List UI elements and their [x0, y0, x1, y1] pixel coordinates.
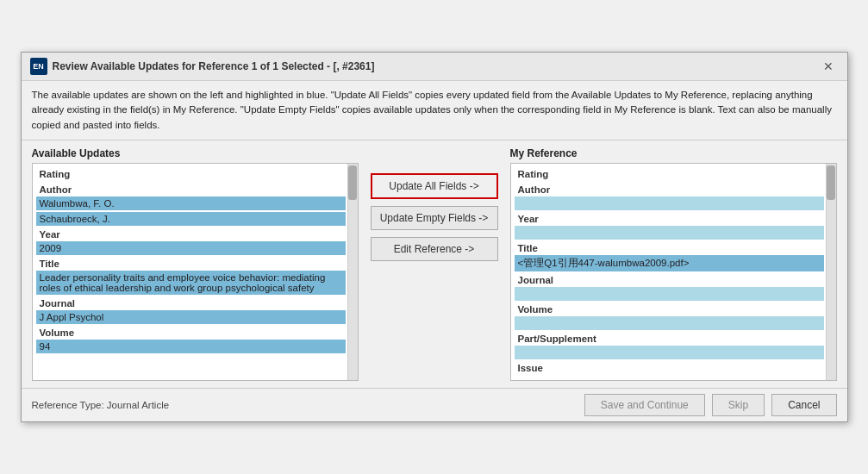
middle-buttons-area: Update All Fields -> Update Empty Fields…: [365, 147, 503, 381]
field-label-title-r: Title: [515, 241, 824, 255]
list-item: Rating: [515, 167, 824, 181]
footer: Reference Type: Journal Article Save and…: [22, 388, 847, 421]
title-bar-left: EN Review Available Updates for Referenc…: [30, 58, 375, 75]
list-item: Volume 94: [36, 326, 346, 353]
my-reference-header: My Reference: [510, 147, 837, 159]
field-value-journal-r: [515, 287, 824, 301]
reference-type-label: Reference Type: Journal Article: [32, 400, 170, 410]
available-updates-header: Available Updates: [32, 147, 359, 159]
field-value-year: 2009: [36, 241, 346, 255]
list-item: Title <管理Q1引用447-walumbwa2009.pdf>: [515, 241, 824, 271]
field-value-journal: J Appl Psychol: [36, 310, 346, 324]
list-item: Author Walumbwa, F. O. Schaubroeck, J.: [36, 183, 346, 226]
field-label-year-r: Year: [515, 212, 824, 226]
edit-reference-button[interactable]: Edit Reference ->: [371, 237, 498, 261]
dialog-title: Review Available Updates for Reference 1…: [53, 60, 375, 72]
field-label-author: Author: [36, 183, 346, 196]
list-item: Issue: [515, 361, 824, 375]
list-item: Journal: [515, 273, 824, 301]
field-label-volume-r: Volume: [515, 302, 824, 316]
list-item: Volume: [515, 302, 824, 330]
list-item: Year 2009: [36, 228, 346, 255]
close-button[interactable]: ✕: [818, 58, 839, 75]
field-value-author2: Schaubroeck, J.: [36, 212, 346, 226]
available-updates-content: Rating Author Walumbwa, F. O. Schaubroec…: [32, 163, 359, 381]
field-value-title-r: <管理Q1引用447-walumbwa2009.pdf>: [515, 255, 824, 271]
dialog: EN Review Available Updates for Referenc…: [21, 52, 848, 422]
field-label-rating: Rating: [36, 167, 346, 181]
list-item: Author: [515, 183, 824, 210]
footer-buttons: Save and Continue Skip Cancel: [584, 394, 837, 416]
update-all-fields-button[interactable]: Update All Fields ->: [371, 173, 498, 199]
main-area: Available Updates Rating Author Walumbwa…: [22, 140, 847, 388]
my-reference-content: Rating Author Year Title: [510, 163, 837, 381]
field-value-author1: Walumbwa, F. O.: [36, 196, 346, 210]
field-value-part-r: [515, 346, 824, 359]
field-label-rating-r: Rating: [515, 167, 824, 181]
list-item: Part/Supplement: [515, 332, 824, 359]
field-label-journal: Journal: [36, 296, 346, 310]
list-item: Rating: [36, 167, 346, 181]
field-label-volume: Volume: [36, 326, 346, 340]
field-label-journal-r: Journal: [515, 273, 824, 287]
list-item: Journal J Appl Psychol: [36, 296, 346, 324]
field-value-volume: 94: [36, 340, 346, 353]
field-label-author-r: Author: [515, 183, 824, 196]
my-reference-panel: My Reference Rating Author Year: [510, 147, 837, 381]
skip-button[interactable]: Skip: [712, 394, 765, 416]
list-item: Year: [515, 212, 824, 240]
field-label-title: Title: [36, 257, 346, 271]
field-value-year-r: [515, 226, 824, 240]
field-label-part-r: Part/Supplement: [515, 332, 824, 346]
en-logo-icon: EN: [30, 58, 47, 75]
save-and-continue-button[interactable]: Save and Continue: [584, 394, 705, 416]
list-item: Title Leader personality traits and empl…: [36, 257, 346, 295]
field-value-title: Leader personality traits and employee v…: [36, 271, 346, 295]
available-updates-panel: Available Updates Rating Author Walumbwa…: [32, 147, 359, 381]
cancel-button[interactable]: Cancel: [771, 394, 836, 416]
title-bar: EN Review Available Updates for Referenc…: [22, 53, 847, 81]
field-value-author-r: [515, 196, 824, 210]
field-value-volume-r: [515, 316, 824, 330]
description-text: The available updates are shown on the l…: [22, 81, 847, 140]
update-empty-fields-button[interactable]: Update Empty Fields ->: [371, 206, 498, 230]
field-label-issue-r: Issue: [515, 361, 824, 375]
field-label-year: Year: [36, 228, 346, 241]
